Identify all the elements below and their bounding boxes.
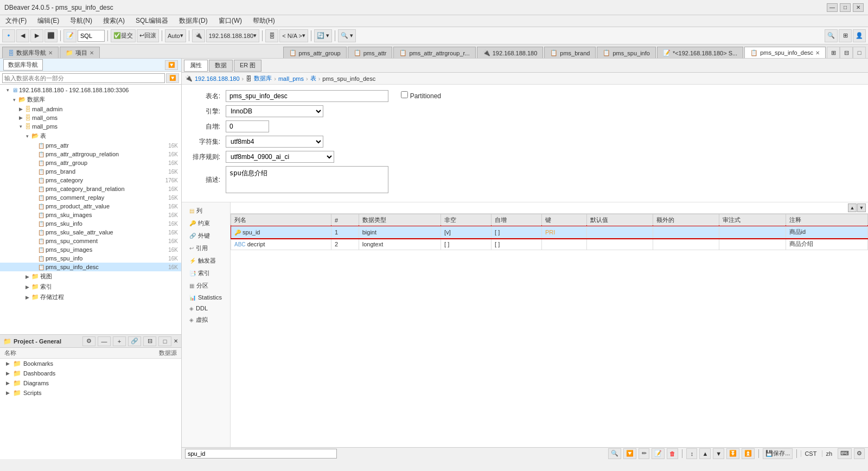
menu-search[interactable]: 搜索(A)	[100, 15, 128, 27]
tab-sql[interactable]: 📝 *<192.168.188.180> S...	[657, 47, 743, 59]
bookmarks-arrow[interactable]: ▶	[4, 360, 11, 367]
tab-pms-attr-rel[interactable]: 📋 pms_attr_attrgroup_r...	[393, 47, 475, 59]
tab-close-8[interactable]: ✕	[815, 50, 820, 56]
status-field-input[interactable]	[185, 449, 337, 459]
bc-mall[interactable]: mall_pms	[278, 75, 304, 82]
engine-select[interactable]: InnoDB MyISAM	[226, 105, 323, 117]
user-button[interactable]: 👤	[853, 29, 866, 42]
double-down-btn[interactable]: ⏬	[726, 448, 739, 459]
tree-pms-spu-comment[interactable]: 📋pms_spu_comment16K	[0, 237, 181, 245]
na-dropdown[interactable]: < N/A > ▾	[279, 29, 308, 42]
tree-server-node[interactable]: ▾ 🖥 192.168.188.180 - 192.168.188.180:33…	[0, 86, 181, 94]
tree-pms-brand[interactable]: 📋pms_brand16K	[0, 167, 181, 176]
tab-pms-brand[interactable]: 📋 pms_brand	[544, 47, 596, 59]
col-header-num[interactable]: #	[331, 214, 359, 226]
tree-procedures[interactable]: ▶📁存储过程	[0, 292, 181, 302]
nav-ddl[interactable]: ◈ DDL	[182, 303, 230, 314]
project-bookmarks[interactable]: ▶ 📁 Bookmarks	[0, 359, 181, 368]
keyboard-btn[interactable]: ⌨	[838, 448, 852, 459]
table-row-decript[interactable]: ABC decript 2 longtext [ ] [ ] 商品介绍	[231, 238, 868, 250]
sec-tab-er[interactable]: ER 图	[234, 60, 261, 72]
search-button[interactable]: 🔍	[825, 29, 838, 42]
nav-virtual[interactable]: ◈ 虚拟	[182, 314, 230, 326]
auto-select[interactable]: Auto ▾	[165, 29, 186, 42]
tree-pms-attr-rel[interactable]: 📋pms_attr_attrgroup_relation16K	[0, 150, 181, 158]
tab-pms-spu-info[interactable]: 📋 pms_spu_info	[597, 47, 656, 59]
down-arr-btn[interactable]: ▼	[713, 448, 724, 459]
maximize-button[interactable]: □	[840, 3, 851, 12]
expand-btn[interactable]: ↕	[686, 448, 697, 459]
tab-overflow-button[interactable]: ⊞	[827, 47, 840, 59]
double-up-btn[interactable]: ⏫	[742, 448, 755, 459]
bc-type[interactable]: 表	[310, 74, 316, 82]
tree-pms-spu-info[interactable]: 📋pms_spu_info16K	[0, 254, 181, 263]
tree-pms-sku-sale[interactable]: 📋pms_sku_sale_attr_value16K	[0, 228, 181, 237]
delete-btn[interactable]: 🗑	[667, 448, 678, 459]
tab-project-close[interactable]: ✕	[90, 50, 94, 56]
forward-button[interactable]: ▶	[30, 29, 43, 42]
db-arrow[interactable]: ▾	[11, 97, 17, 103]
scripts-arrow[interactable]: ▶	[4, 390, 11, 396]
menu-database[interactable]: 数据库(D)	[176, 15, 211, 27]
nav-constraints[interactable]: 🔑 约束	[182, 217, 230, 230]
tree-pms-comment[interactable]: 📋pms_comment_replay16K	[0, 193, 181, 202]
mall-admin-arrow[interactable]: ▶	[17, 106, 24, 112]
diagrams-arrow[interactable]: ▶	[4, 380, 11, 386]
dashboards-arrow[interactable]: ▶	[4, 370, 11, 377]
nav-references[interactable]: ↩ 引用	[182, 242, 230, 254]
settings-btn[interactable]: ⚙	[854, 448, 865, 459]
bc-schema[interactable]: 数据库	[254, 74, 272, 82]
collation-select[interactable]: utf8mb4_0900_ai_ci	[226, 151, 334, 163]
filter-small-btn[interactable]: 🔽	[623, 448, 636, 459]
sort-up-btn[interactable]: ▲	[848, 203, 857, 212]
tree-indexes[interactable]: ▶📁索引	[0, 282, 181, 292]
tree-mall-oms[interactable]: ▶ 🗄 mall_oms	[0, 113, 181, 122]
mall-pms-arrow[interactable]: ▾	[17, 123, 24, 130]
tree-mall-pms[interactable]: ▾ 🗄 mall_pms	[0, 122, 181, 131]
submit-button[interactable]: ✅ 提交	[111, 29, 136, 42]
tree-pms-product-attr[interactable]: 📋pms_product_attr_value16K	[0, 202, 181, 211]
tree-pms-sku-info[interactable]: 📋pms_sku_info16K	[0, 219, 181, 228]
col-header-comment[interactable]: 注释	[786, 214, 867, 226]
edit2-btn[interactable]: 📝	[652, 448, 665, 459]
grid-button[interactable]: ⊞	[839, 29, 852, 42]
tree-databases-node[interactable]: ▾ 📂 数据库	[0, 94, 181, 105]
tab-db-navigator[interactable]: 🗄 数据库导航 ✕	[2, 47, 59, 59]
tree-search-filter[interactable]: 🔽	[166, 73, 179, 83]
project-min-btn[interactable]: ⊟	[143, 336, 156, 346]
project-plus-btn[interactable]: +	[113, 336, 126, 346]
sec-tab-data[interactable]: 数据	[209, 60, 233, 72]
nav-partitions[interactable]: ▦ 分区	[182, 279, 230, 292]
sql-button[interactable]: 📝	[63, 29, 76, 42]
tree-pms-sku-images[interactable]: 📋pms_sku_images16K	[0, 211, 181, 219]
nav-columns[interactable]: ▤ 列	[182, 205, 230, 217]
charset-select[interactable]: utf8mb4 utf8	[226, 136, 323, 148]
close-button[interactable]: ✕	[853, 3, 864, 12]
col-header-type[interactable]: 数据类型	[359, 214, 441, 226]
desc-textarea[interactable]: spu信息介绍	[226, 166, 388, 193]
tab-pms-attr-group[interactable]: 📋 pms_attr_group	[283, 47, 347, 59]
tree-search-input[interactable]	[2, 73, 165, 83]
tree-mall-admin[interactable]: ▶ 🗄 mall_admin	[0, 105, 181, 113]
nav-tab-db[interactable]: 数据库导航	[3, 59, 43, 71]
new-button[interactable]: 🔹	[2, 29, 15, 42]
col-header-notnull[interactable]: 非空	[441, 214, 492, 226]
col-header-extra[interactable]: 额外的	[653, 214, 719, 226]
filter-button[interactable]: 🔍 ▾	[338, 29, 356, 42]
project-scripts[interactable]: ▶ 📁 Scripts	[0, 388, 181, 398]
tab-db-nav-close[interactable]: ✕	[48, 50, 53, 56]
project-link-btn[interactable]: 🔗	[128, 336, 141, 346]
tree-pms-attr[interactable]: 📋pms_attr16K	[0, 141, 181, 150]
auto-inc-input[interactable]	[226, 120, 269, 132]
tree-pms-cat-brand-rel[interactable]: 📋pms_category_brand_relation16K	[0, 184, 181, 193]
menu-edit[interactable]: 编辑(E)	[34, 15, 62, 27]
nav-foreign-keys[interactable]: 🔗 外键	[182, 230, 230, 242]
menu-sql-editor[interactable]: SQL编辑器	[132, 15, 171, 27]
bc-db[interactable]: 192.168.188.180	[195, 75, 240, 82]
home-button[interactable]: ⬛	[44, 29, 58, 42]
tree-pms-spu-images[interactable]: 📋pms_spu_images16K	[0, 245, 181, 254]
col-header-autoinc[interactable]: 自增	[492, 214, 542, 226]
tree-views[interactable]: ▶📁视图	[0, 271, 181, 282]
mall-oms-arrow[interactable]: ▶	[17, 114, 24, 121]
tree-pms-spu-info-desc[interactable]: 📋pms_spu_info_desc16K	[0, 263, 181, 271]
